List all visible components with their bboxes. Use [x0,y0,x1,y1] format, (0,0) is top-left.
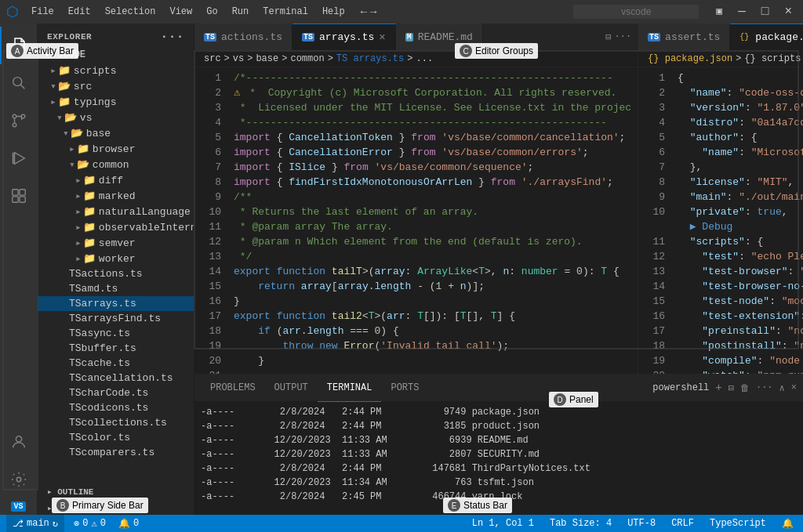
menu-terminal[interactable]: Terminal [256,5,314,19]
tree-item-base[interactable]: ▾ 📂 base [38,125,194,141]
extensions-button[interactable] [0,177,38,215]
svg-point-12 [16,477,21,482]
tab-arrays-ts[interactable]: TS arrays.ts × [292,24,396,51]
maximize-panel-icon[interactable]: ∧ [779,382,785,394]
new-terminal-icon[interactable]: + [715,382,721,394]
tree-item-arrays.ts[interactable]: TS arrays.ts [38,296,194,311]
tree-item-charCode.ts[interactable]: TS charCode.ts [38,385,194,400]
tree-item-scripts[interactable]: ▸ 📁 scripts [38,63,194,78]
tab-actions-ts[interactable]: TS actions.ts [194,24,292,51]
tree-item-marked[interactable]: ▸ 📁 marked [38,188,194,204]
account-button[interactable] [0,423,38,461]
ts-file-icon: TS [69,328,82,339]
tree-item-codicons.ts[interactable]: TS codicons.ts [38,400,194,415]
tree-item-buffer.ts[interactable]: TS buffer.ts [38,341,194,356]
notifications-status[interactable]: 🔔 0 [115,518,142,530]
code-content-right[interactable]: { "name": "code-oss-dev", "version": "1.… [671,67,803,374]
explorer-button[interactable] [0,27,38,64]
sidebar-more-button[interactable]: ··· [161,30,184,44]
git-branch-status[interactable]: ⎇ main ↻ [6,515,64,532]
tree-item-actions.ts[interactable]: TS actions.ts [38,266,194,281]
split-terminal-icon[interactable]: ⊟ [729,382,734,394]
tree-item-browser[interactable]: ▸ 📁 browser [38,141,194,157]
tree-label: common [93,159,129,171]
tree-item-worker[interactable]: ▸ 📁 worker [38,251,194,266]
tree-item-cancellation.ts[interactable]: TS cancellation.ts [38,371,194,385]
chevron-down-icon: ▾ [69,158,75,171]
tree-item-cache.ts[interactable]: TS cache.ts [38,356,194,371]
tree-item-src[interactable]: ▾ 📂 src [38,78,194,94]
menu-run[interactable]: Run [226,5,256,19]
nav-forward[interactable]: → [370,5,376,18]
search-input[interactable] [573,5,699,19]
tree-item-amd.ts[interactable]: TS amd.ts [38,281,194,296]
more-terminal-icon[interactable]: ··· [756,382,773,393]
chevron-right-icon: ▸ [69,143,75,155]
terminal-content[interactable]: -a---- 2/8/2024 2:44 PM 9749 package.jso… [194,402,803,515]
menu-file[interactable]: File [25,5,60,19]
tree-item-vs[interactable]: ▾ 📂 vs [38,110,194,125]
code-content-left[interactable]: /*--------------------------------------… [227,67,638,374]
menu-go[interactable]: Go [200,5,223,19]
encoding-status[interactable]: UTF-8 [624,518,659,529]
code-line: /** [227,190,638,204]
menu-bar: File Edit Selection View Go Run Terminal… [25,5,351,19]
bell-notification[interactable]: 🔔 [779,518,797,530]
search-button[interactable] [0,64,38,102]
tree-item-semver[interactable]: ▸ 📁 semver [38,235,194,251]
tree-label: worker [99,253,136,265]
tree-item-common[interactable]: ▾ 📂 common [38,157,194,172]
cursor-position-status[interactable]: Ln 1, Col 1 [469,518,537,529]
settings-button[interactable] [0,461,38,498]
tab-package-json[interactable]: {} package.json × [730,24,803,51]
panel-tab-ports[interactable]: PORTS [381,375,428,402]
tab-size-status[interactable]: Tab Size: 4 [547,518,615,529]
more-actions-icon[interactable]: ··· [614,31,631,43]
tree-label: vs [80,112,93,124]
tree-item-collections.ts[interactable]: TS collections.ts [38,415,194,430]
tree-root-vscode[interactable]: ▾ VSCODE [38,47,194,63]
tree-item-arraysFind.ts[interactable]: TS arraysFind.ts [38,311,194,326]
timeline-section[interactable]: ▸ TIMELINE [38,498,194,515]
tree-item-diff[interactable]: ▸ 📁 diff [38,172,194,188]
kill-terminal-icon[interactable]: 🗑 [740,382,750,394]
close-panel-icon[interactable]: × [791,382,797,393]
language-status[interactable]: TypeScript [707,518,769,529]
split-editor-icon[interactable]: ⊟ [605,31,611,43]
source-control-button[interactable] [0,102,38,139]
minimize-button[interactable]: — [733,5,750,19]
debug-button[interactable] [0,139,38,177]
panel-tab-problems[interactable]: PROBLEMS [201,375,265,402]
tree-item-typings[interactable]: ▸ 📁 typings [38,94,194,110]
tab-size-text: Tab Size: 4 [550,518,612,529]
line-ending-status[interactable]: CRLF [668,518,697,529]
panel-tab-terminal[interactable]: TERMINAL [318,375,382,402]
maximize-button[interactable]: □ [757,5,774,19]
tree-item-comparers.ts[interactable]: TS comparers.ts [38,445,194,460]
close-button[interactable]: × [779,5,797,19]
menu-help[interactable]: Help [316,5,351,19]
code-line: * Returns the last element of an array. [227,204,638,219]
errors-status[interactable]: ⊗ 0 ⚠ 0 [71,518,109,530]
layout-icon[interactable]: ▣ [711,5,727,19]
nav-back[interactable]: ← [361,5,367,18]
menu-edit[interactable]: Edit [62,5,97,19]
tree-item-async.ts[interactable]: TS async.ts [38,326,194,341]
tree-item-observableInternal[interactable]: ▸ 📁 observableInternal [38,219,194,235]
md-icon: M [405,33,413,42]
code-line: throw new Error('Invalid tail call'); [227,338,638,353]
tab-assert-ts[interactable]: TS assert.ts [638,24,730,51]
menu-view[interactable]: View [163,5,198,19]
code-line: export function tailT>(array: ArrayLike<… [227,264,638,279]
tab-readme-md[interactable]: M README.md [396,24,483,51]
tree-item-naturalLanguage[interactable]: ▸ 📁 naturalLanguage [38,204,194,219]
menu-selection[interactable]: Selection [99,5,162,19]
outline-section[interactable]: ▸ OUTLINE [38,482,194,498]
tree-label: arraysFind.ts [82,313,161,324]
chevron-down-icon: ▾ [56,111,63,124]
tab-close-button[interactable]: × [379,31,385,44]
tree-item-color.ts[interactable]: TS color.ts [38,430,194,445]
panel-tab-output[interactable]: OUTPUT [265,375,318,402]
chevron-down-icon: ▾ [44,49,50,61]
svg-rect-7 [12,190,17,195]
